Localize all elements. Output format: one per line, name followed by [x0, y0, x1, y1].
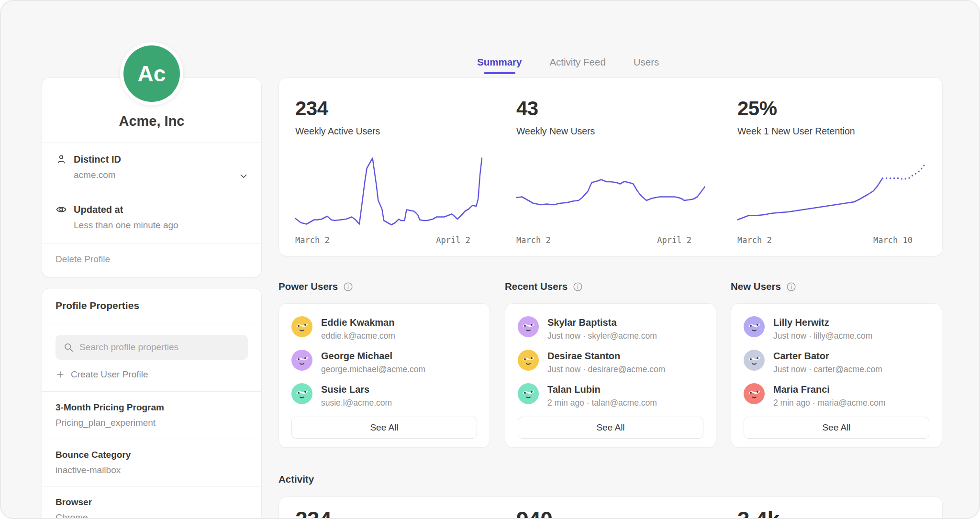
see-all-button[interactable]: See All	[291, 417, 477, 439]
face-doodle-icon	[291, 350, 312, 371]
delete-profile-button[interactable]: Delete Profile	[42, 243, 261, 277]
stat-week1-retention: 25% Week 1 New User Retention March 2 Ma…	[721, 97, 942, 256]
tab-users[interactable]: Users	[634, 56, 659, 74]
recent-users-card: Skylar Baptista Just now · skyler@acme.c…	[505, 303, 716, 448]
user-name: George Michael	[321, 350, 425, 362]
axis-end-label: March 10	[873, 235, 913, 245]
search-placeholder: Search profile properties	[79, 342, 178, 353]
search-profile-properties-input[interactable]: Search profile properties	[56, 335, 248, 360]
eye-icon	[56, 204, 67, 215]
plus-icon	[56, 370, 65, 379]
new-users-header: New Users	[731, 281, 796, 292]
user-row[interactable]: George Michael george.michael@acme.com	[291, 350, 477, 375]
property-value: inactive-mailbox	[56, 465, 248, 475]
user-subtext: 2 min ago · maria@acme.com	[773, 398, 886, 408]
activity-stats-card: 234 940 3.4k	[278, 497, 943, 519]
chart-x-axis: March 2 April 2	[516, 235, 705, 245]
weekly-active-users-chart	[295, 156, 484, 228]
user-name: Lilly Herwitz	[773, 316, 872, 328]
face-doodle-icon	[744, 316, 765, 337]
user-subtext: Just now · carter@acme.com	[773, 364, 882, 375]
stat-label: Week 1 New User Retention	[737, 126, 926, 137]
info-icon[interactable]	[343, 282, 353, 292]
divider	[42, 323, 261, 323]
distinct-id-row[interactable]: Distinct ID acme.com	[42, 143, 261, 193]
chart-x-axis: March 2 April 2	[295, 235, 484, 245]
chart-x-axis: March 2 March 10	[737, 235, 926, 245]
tab-activity-feed[interactable]: Activity Feed	[549, 56, 605, 74]
user-row[interactable]: Carter Bator Just now · carter@acme.com	[744, 350, 929, 375]
profile-tabs: Summary Activity Feed Users	[477, 56, 659, 74]
activity-stat-col: 234	[279, 507, 500, 519]
user-row[interactable]: Susie Lars susie.l@acme.com	[291, 383, 477, 408]
user-row[interactable]: Desirae Stanton Just now · desirare@acme…	[518, 350, 703, 375]
see-all-button[interactable]: See All	[518, 417, 703, 439]
user-name: Susie Lars	[321, 383, 392, 395]
property-row-bounce-category[interactable]: Bounce Category inactive-mailbox	[42, 439, 261, 486]
property-name: Bounce Category	[56, 450, 248, 460]
user-subtext: eddie.k@acme.com	[321, 331, 395, 341]
company-avatar: Ac	[120, 42, 183, 105]
stat-label: Weekly New Users	[516, 126, 705, 137]
user-subtext: susie.l@acme.com	[321, 398, 392, 408]
person-icon	[56, 154, 67, 165]
company-avatar-initials: Ac	[138, 61, 166, 87]
chevron-down-icon[interactable]	[238, 171, 249, 181]
property-value: Pricing_plan_experiment	[56, 418, 248, 428]
user-row[interactable]: Maria Franci 2 min ago · maria@acme.com	[744, 383, 929, 408]
stat-value: 25%	[737, 97, 926, 120]
property-row-browser[interactable]: Browser Chrome	[42, 486, 261, 519]
weekly-new-users-chart	[516, 156, 705, 228]
face-doodle-icon	[744, 383, 765, 404]
create-user-profile-button[interactable]: Create User Profile	[56, 369, 248, 380]
user-avatar	[518, 383, 539, 404]
profile-card: Acme, Inc Distinct ID acme.com Updated a…	[42, 77, 262, 277]
face-doodle-icon	[518, 316, 539, 337]
summary-stats-card: 234 Weekly Active Users March 2 April 2 …	[278, 77, 943, 256]
updated-at-value: Less than one minute ago	[74, 220, 248, 231]
info-icon[interactable]	[786, 282, 796, 292]
user-row[interactable]: Eddie Kwakman eddie.k@acme.com	[291, 316, 477, 341]
property-value: Chrome	[56, 512, 248, 519]
user-name: Eddie Kwakman	[321, 316, 395, 328]
property-name: Browser	[56, 497, 248, 508]
stat-value: 43	[516, 97, 705, 120]
user-avatar	[291, 350, 312, 371]
property-name: 3-Month Pricing Program	[56, 402, 248, 413]
profile-properties-title: Profile Properties	[42, 288, 261, 323]
face-doodle-icon	[518, 383, 539, 404]
activity-stat-value: 940	[516, 507, 705, 519]
user-name: Talan Lubin	[547, 383, 657, 395]
user-row[interactable]: Talan Lubin 2 min ago · talan@acme.com	[518, 383, 703, 408]
axis-end-label: April 2	[657, 235, 691, 245]
axis-start-label: March 2	[516, 235, 551, 245]
user-row[interactable]: Lilly Herwitz Just now · lilly@acme.com	[744, 316, 929, 341]
stat-weekly-active-users: 234 Weekly Active Users March 2 April 2	[279, 97, 500, 256]
user-subtext: Just now · desirare@acme.com	[547, 364, 665, 375]
updated-at-label: Updated at	[74, 204, 123, 215]
activity-stat-col: 940	[500, 507, 721, 519]
see-all-button[interactable]: See All	[744, 417, 929, 439]
user-name: Carter Bator	[773, 350, 882, 362]
face-doodle-icon	[291, 316, 312, 337]
power-users-card: Eddie Kwakman eddie.k@acme.com George Mi…	[278, 303, 490, 448]
axis-end-label: April 2	[436, 235, 470, 245]
face-doodle-icon	[518, 350, 539, 371]
stat-label: Weekly Active Users	[295, 126, 484, 137]
user-avatar	[291, 316, 312, 337]
info-icon[interactable]	[573, 282, 583, 292]
activity-stat-value: 234	[295, 507, 484, 519]
user-avatar	[291, 383, 312, 404]
recent-users-header: Recent Users	[505, 281, 583, 292]
tab-summary[interactable]: Summary	[477, 56, 522, 74]
user-subtext: 2 min ago · talan@acme.com	[547, 398, 657, 408]
company-avatar-circle: Ac	[123, 45, 180, 102]
week1-retention-chart	[737, 156, 926, 228]
property-row-pricing-program[interactable]: 3-Month Pricing Program Pricing_plan_exp…	[42, 392, 261, 439]
user-avatar	[744, 350, 765, 371]
create-user-profile-label: Create User Profile	[71, 369, 148, 380]
power-users-header: Power Users	[278, 281, 353, 292]
axis-start-label: March 2	[295, 235, 330, 245]
user-row[interactable]: Skylar Baptista Just now · skyler@acme.c…	[518, 316, 703, 341]
search-icon	[63, 342, 74, 353]
